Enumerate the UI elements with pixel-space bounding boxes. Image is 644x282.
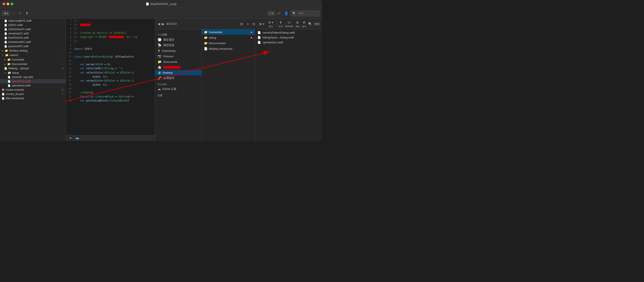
finder-sidebar-downloads[interactable]: ⬇ Downloads [155, 48, 202, 54]
finder-sidebar-recent-label: 最近项目 [163, 38, 174, 42]
sidebar-item-label: Main.storyboard [6, 97, 24, 100]
app-window: 📄 Snip20191223_1.png ⊞▾ − + ⬆ ✏ ▾ 🖊 👤 🔍 [0, 0, 322, 141]
sidebar-item-label: LEDSixHusVC.swift [8, 28, 30, 31]
finder-sidebar-documents[interactable]: 📁 Documents [155, 59, 202, 64]
swift-file-icon: 📄 [4, 45, 7, 48]
sidebar-item-LEDVC[interactable]: 📄 LEDVC.swift [0, 23, 66, 27]
code-line-10: 10 [66, 51, 155, 55]
tag-button[interactable]: 🏷 [286, 20, 292, 25]
sidebar-item-timeIntervalVC[interactable]: 📄 timeIntervalVC.swift [0, 40, 66, 44]
sidebar-item-cameraP[interactable]: 📄 cameraP...log.swift [0, 75, 66, 79]
finder-column-1: 📁 Connected ▶ 📁 dialog ▶ [202, 29, 255, 141]
sidebar-item-mainVC[interactable]: ▼ 📁 mainVC [0, 53, 66, 57]
window-title: 📄 Snip20191223_1.png [146, 2, 176, 6]
code-line-4: 4 // [66, 27, 155, 31]
finder-panel: ◀ ▶ 返回/前进 ⊞ ≡ ⊟ ⊠ ▾ ⚙ ▾ 显示 ⬆ 共享 [155, 19, 322, 141]
swift-file-icon: 📄 [4, 20, 7, 22]
home-label-redacted [163, 66, 180, 69]
documents-icon: 📁 [158, 60, 162, 64]
folder-icon: 📁 [204, 36, 208, 39]
sidebar-item-sensitivityVC[interactable]: 📄 sensitivityVC.swift [0, 32, 66, 36]
finder-file-cameraPatternDialog[interactable]: 📄 cameraPatternDialog.swift [255, 30, 322, 35]
share-out-button[interactable]: ⬆ [278, 20, 283, 25]
sidebar-item-operateFau[interactable]: 📄 operateFau.swift [0, 79, 66, 84]
display-button[interactable]: ⚙ ▾ [267, 20, 275, 25]
sidebar-item-Mdialog[interactable]: 📄 Mdialog....ryboard A [0, 66, 66, 70]
favorites-section-label: 个人收藏 [155, 31, 202, 37]
markup-button[interactable]: 🖊 [276, 11, 282, 16]
finder-col-label: Mdialog.storyboard [209, 47, 232, 50]
code-line-11: 11 class cameraPatternDialog: UIViewCont… [66, 55, 155, 59]
finder-sidebar-pictures[interactable]: 📷 Pictures [155, 54, 202, 59]
swift-file-icon: 📄 [4, 24, 7, 26]
finder-sidebar-apps[interactable]: 🚀 应用程序 [155, 76, 202, 81]
finder-sidebar-airdrop[interactable]: 📡 隔空投送 [155, 42, 202, 48]
layout-button[interactable]: ⊞▾ [2, 11, 10, 16]
sidebar-item-videoLengthVC[interactable]: 📄 videoLengthVC.swift [0, 19, 66, 23]
finder-col-item-Connected[interactable]: 📁 Connected ▶ [202, 29, 255, 35]
code-line-9: 9 import UIKit [66, 47, 155, 51]
back-button[interactable]: ◀ [158, 22, 160, 26]
finder-sidebar-downloads-label: Downloads [162, 49, 176, 52]
finder-sidebar-recent[interactable]: 🕐 最近项目 [155, 37, 202, 42]
list-view-button[interactable]: ≡ [246, 22, 250, 26]
finder-sidebar-desktop[interactable]: 🖥 Desktop [155, 70, 202, 76]
folder-icon: 📁 [204, 30, 208, 34]
sidebar-item-Assets[interactable]: 📦 Assets.xcassets M [0, 88, 66, 92]
finder-col-item-dialog[interactable]: 📁 dialog ▶ [202, 35, 255, 40]
search-input[interactable] [297, 11, 318, 16]
sidebar-item-dialog[interactable]: ▼ 📁 dialog [0, 70, 66, 75]
finder-file-failingOpera[interactable]: 📄 failingOpera...Dialog.swift [255, 35, 322, 40]
zoom-out-button[interactable]: − [12, 11, 16, 16]
swift-file-icon: 📄 [258, 36, 261, 39]
finder-col-item-Mdialog[interactable]: 📄 Mdialog.storyboard [202, 46, 255, 52]
grid-view-button[interactable]: ⊞ [239, 22, 244, 26]
sidebar-item-Connected[interactable]: ▶ 📁 Connected − [0, 57, 66, 62]
pictures-icon: 📷 [158, 54, 162, 58]
person-button[interactable]: 👤 [283, 10, 290, 16]
gallery-view-button[interactable]: ⊠ ▾ [258, 22, 266, 26]
finder-col-item-Disconnected[interactable]: 📁 Disconnected [202, 40, 255, 46]
toolbar-right-group: ✏ ▾ 🖊 👤 🔍 [268, 10, 320, 16]
zoom-in-button[interactable]: + [18, 11, 22, 16]
badge: − [62, 50, 64, 52]
sidebar-item-country-list[interactable]: 📄 country_list.json ? [0, 92, 66, 96]
fullscreen-button[interactable] [10, 2, 14, 5]
nav-label: 返回/前进 [166, 22, 177, 26]
forward-button[interactable]: ▶ [162, 22, 164, 26]
desktop-icon: 🖥 [158, 71, 161, 74]
action-button[interactable]: ⚙ [302, 20, 306, 25]
sidebar-item-WirelessSetting[interactable]: ▶ 📁 Wireless Setting − [0, 48, 66, 53]
folder-icon: 📁 [8, 71, 11, 74]
search-toggle-button[interactable]: 🔍 [308, 22, 312, 26]
sidebar-item-LEDSixHusVC[interactable]: 📄 LEDSixHusVC.swift [0, 27, 66, 32]
folder-icon: 📁 [204, 42, 208, 45]
swift-file-icon: 📄 [8, 76, 10, 78]
group-button[interactable]: ⊞ [295, 20, 300, 25]
swift-file-icon: 📄 [258, 31, 261, 34]
folder-icon: 📁 [7, 62, 10, 66]
sidebar-item-passwordVC[interactable]: 📄 passwordVC.swift [0, 44, 66, 48]
pencil-button[interactable]: ✏ ▾ [268, 11, 275, 16]
swift-file-icon: 📄 [4, 41, 7, 44]
finder-sidebar-icloud-drive[interactable]: ☁ iCloud 云盘 [155, 86, 202, 92]
share-button[interactable]: ⬆ [24, 10, 30, 16]
column-view-button[interactable]: ⊟ [252, 22, 256, 26]
minimize-button[interactable] [6, 2, 9, 5]
downloads-icon: ⬇ [158, 49, 160, 53]
finder-files-column: 📄 cameraPatternDialog.swift 📄 failingOpe… [255, 29, 322, 141]
sidebar-item-operateSus[interactable]: 📄 operateSus.swift [0, 84, 66, 88]
sidebar-item-Disconnected[interactable]: ▶ 📁 Disconnected − [0, 62, 66, 66]
code-line-7: 7 // [66, 39, 155, 43]
code-action-btn[interactable]: ▼ [68, 136, 73, 140]
code-content[interactable]: 2 // 3 // 4 // 5 // Created by macvivi o… [66, 19, 155, 135]
finder-file-operateSus[interactable]: 📄 operateSus.swift [255, 40, 322, 45]
sidebar-item-label: cameraP...log.swift [12, 76, 33, 78]
sidebar-item-fixedTimeVC[interactable]: 📄 fixedTimeVC.swift [0, 36, 66, 40]
sidebar-item-label: videoLengthVC.swift [8, 19, 32, 22]
recent-icon: 🕐 [158, 38, 162, 42]
sidebar-item-main-storyboard[interactable]: 📄 Main.storyboard [0, 96, 66, 100]
swift-file-icon: 📄 [8, 84, 10, 87]
close-button[interactable] [2, 2, 5, 5]
finder-sidebar-home[interactable]: 🏠 [155, 64, 202, 70]
